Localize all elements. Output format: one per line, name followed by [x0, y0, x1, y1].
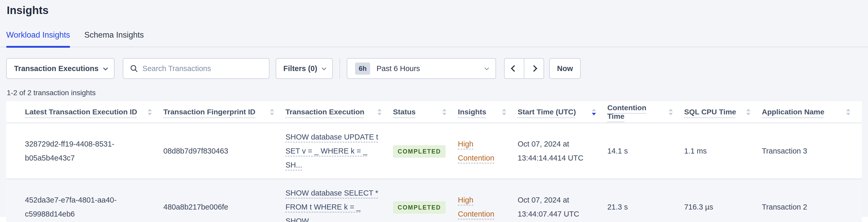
table-row: 328729d2-ff19-4408-8531-b05a5b4e43c7 08d… — [6, 123, 862, 179]
sql-cpu-time-cell: 1.1 ms — [684, 123, 762, 179]
toolbar: Transaction Executions Filters (0) 6h Pa… — [6, 58, 862, 79]
next-time-button[interactable] — [524, 58, 544, 79]
application-name-cell: Transaction 2 — [762, 179, 862, 222]
chevron-right-icon — [531, 65, 537, 71]
status-cell: COMPLETED — [393, 123, 458, 179]
table-row: 452da3e7-e7fa-4801-aa40-c59988d14eb6 480… — [6, 179, 862, 222]
contention-time-cell: 21.3 s — [608, 179, 684, 222]
execution-type-selector-button[interactable]: Transaction Executions — [6, 58, 115, 79]
fingerprint-id-cell: 480a8b217be006fe — [163, 179, 285, 222]
chevron-down-icon — [103, 66, 108, 70]
time-pager — [504, 58, 544, 79]
sort-icon[interactable] — [746, 109, 750, 116]
insight-link[interactable]: High Contention — [458, 196, 494, 218]
now-button[interactable]: Now — [549, 58, 581, 79]
sort-icon[interactable] — [592, 109, 596, 116]
time-range-label: Past 6 Hours — [376, 64, 420, 73]
table-header-row: Latest Transaction Execution ID Transact… — [6, 101, 862, 123]
insights-table-card: Latest Transaction Execution ID Transact… — [6, 101, 862, 222]
search-input[interactable] — [143, 64, 263, 73]
filters-button[interactable]: Filters (0) — [276, 58, 333, 79]
now-button-label: Now — [557, 64, 573, 73]
sort-icon[interactable] — [377, 109, 381, 116]
col-header-insights[interactable]: Insights — [458, 101, 518, 123]
execution-id-cell: 452da3e7-e7fa-4801-aa40-c59988d14eb6 — [6, 179, 163, 222]
start-time-cell: Oct 07, 2024 at 13:44:14.4414 UTC — [518, 123, 607, 179]
sort-icon[interactable] — [846, 109, 850, 116]
time-range-selector[interactable]: 6h Past 6 Hours — [347, 58, 496, 79]
transaction-execution-link[interactable]: SHOW database SELECT * FROM t WHERE k = … — [285, 189, 378, 222]
sql-cpu-time-cell: 716.3 µs — [684, 179, 762, 222]
transaction-execution-cell: SHOW database UPDATE t SET v = _ WHERE k… — [285, 123, 393, 179]
insights-cell: High Contention — [458, 123, 518, 179]
insights-cell: High Contention — [458, 179, 518, 222]
execution-id-cell: 328729d2-ff19-4408-8531-b05a5b4e43c7 — [6, 123, 163, 179]
col-header-status[interactable]: Status — [393, 101, 458, 123]
transaction-insights-table: Latest Transaction Execution ID Transact… — [6, 101, 862, 222]
sort-icon[interactable] — [669, 109, 673, 116]
status-badge: COMPLETED — [393, 145, 446, 158]
search-box — [123, 58, 270, 79]
filters-label: Filters (0) — [283, 64, 317, 73]
application-name-cell: Transaction 3 — [762, 123, 862, 179]
page-title: Insights — [7, 4, 868, 17]
chevron-down-icon — [485, 66, 489, 70]
previous-time-button[interactable] — [504, 58, 524, 79]
execution-type-selector-label: Transaction Executions — [14, 64, 99, 73]
chevron-left-icon — [511, 65, 517, 71]
sort-icon[interactable] — [270, 109, 274, 116]
insights-tabs: Workload Insights Schema Insights — [0, 30, 868, 47]
col-header-transaction-fingerprint-id[interactable]: Transaction Fingerprint ID — [163, 101, 285, 123]
transaction-execution-link[interactable]: SHOW database UPDATE t SET v = _ WHERE k… — [285, 133, 378, 169]
sort-icon[interactable] — [442, 109, 446, 116]
time-range-badge: 6h — [355, 63, 370, 75]
col-header-application-name[interactable]: Application Name — [762, 101, 862, 123]
status-badge: COMPLETED — [393, 201, 446, 214]
tab-schema-insights[interactable]: Schema Insights — [84, 30, 144, 47]
col-header-latest-transaction-execution-id[interactable]: Latest Transaction Execution ID — [6, 101, 163, 123]
sort-icon[interactable] — [148, 109, 152, 116]
col-header-sql-cpu-time[interactable]: SQL CPU Time — [684, 101, 762, 123]
toolbar-divider — [340, 58, 340, 79]
sort-icon[interactable] — [502, 109, 506, 116]
tab-workload-insights[interactable]: Workload Insights — [6, 30, 70, 47]
col-header-contention-time[interactable]: Contention Time — [608, 101, 684, 123]
chevron-down-icon — [322, 66, 326, 70]
col-header-start-time[interactable]: Start Time (UTC) — [518, 101, 607, 123]
transaction-execution-cell: SHOW database SELECT * FROM t WHERE k = … — [285, 179, 393, 222]
results-summary: 1-2 of 2 transaction insights — [7, 89, 868, 97]
fingerprint-id-cell: 08d8b7d97f830463 — [163, 123, 285, 179]
status-cell: COMPLETED — [393, 179, 458, 222]
col-header-transaction-execution[interactable]: Transaction Execution — [285, 101, 393, 123]
insight-link[interactable]: High Contention — [458, 140, 494, 162]
contention-time-cell: 14.1 s — [608, 123, 684, 179]
start-time-cell: Oct 07, 2024 at 13:44:07.447 UTC — [518, 179, 607, 222]
search-icon — [129, 64, 138, 73]
